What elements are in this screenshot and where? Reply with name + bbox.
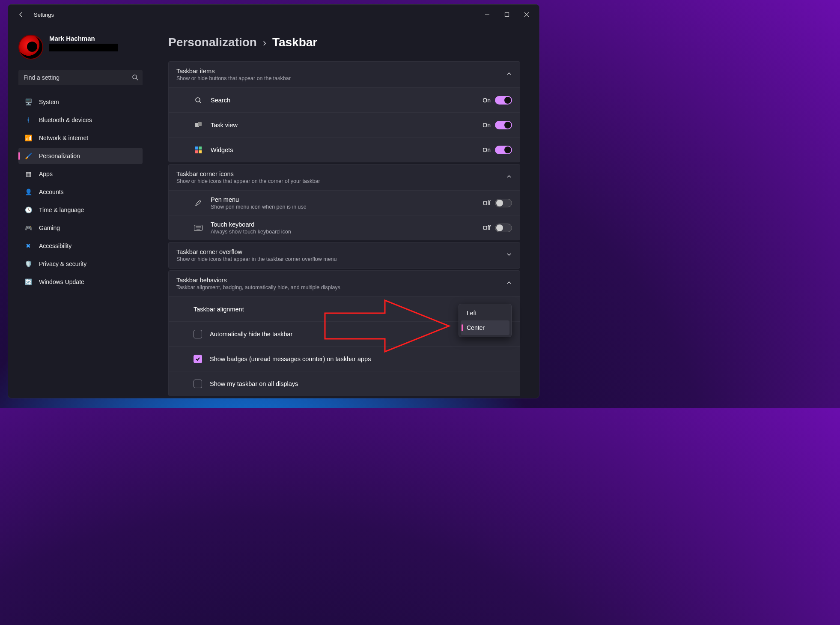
minimize-button[interactable] [477, 8, 497, 21]
settings-window: Settings Mark Hachman Find a setting 🖥️S… [8, 4, 539, 398]
monitor-icon: 🖥️ [24, 98, 32, 106]
section-title: Taskbar corner icons [176, 170, 320, 177]
row-label: Taskbar alignment [194, 306, 244, 313]
search-input[interactable]: Find a setting [18, 70, 143, 85]
clock-icon: 🕓 [24, 206, 32, 214]
person-icon: 👤 [24, 188, 32, 196]
wifi-icon: 📶 [24, 134, 32, 142]
search-icon [132, 74, 138, 81]
checkbox[interactable] [194, 355, 202, 363]
annotation-arrow [325, 296, 453, 362]
widgets-icon [194, 145, 203, 155]
toggle-switch[interactable] [495, 121, 512, 129]
toggle-switch[interactable] [495, 224, 512, 232]
toggle-state: On [483, 97, 491, 104]
svg-marker-16 [325, 300, 449, 352]
row-label: Show my taskbar on all displays [210, 380, 298, 387]
app-title: Settings [34, 12, 54, 18]
close-button[interactable] [517, 8, 536, 21]
option-label: Center [467, 324, 485, 331]
breadcrumb: Personalization › Taskbar [168, 36, 520, 49]
alignment-dropdown[interactable]: Left Center [459, 304, 512, 337]
pen-icon [194, 198, 203, 208]
bluetooth-icon: ᚼ [24, 116, 32, 124]
sidebar-item-apps[interactable]: ▦Apps [18, 166, 143, 182]
toggle-switch[interactable] [495, 146, 512, 154]
breadcrumb-parent[interactable]: Personalization [168, 36, 257, 49]
section-title: Taskbar behaviors [176, 277, 340, 284]
sidebar-item-gaming[interactable]: 🎮Gaming [18, 220, 143, 236]
section-title: Taskbar corner overflow [176, 248, 337, 255]
sidebar-item-label: Network & internet [39, 135, 88, 141]
corner-icon-touch-keyboard: Touch keyboard Always show touch keyboar… [169, 215, 520, 240]
svg-point-2 [133, 75, 137, 79]
section-header[interactable]: Taskbar items Show or hide buttons that … [169, 62, 520, 87]
chevron-up-icon [506, 280, 512, 287]
alignment-option-center[interactable]: Center [461, 320, 509, 335]
apps-icon: ▦ [24, 170, 32, 178]
sidebar-item-label: Privacy & security [39, 260, 86, 267]
sidebar-item-personalization[interactable]: 🖌️Personalization [18, 148, 143, 164]
breadcrumb-current: Taskbar [272, 36, 317, 49]
nav-list: 🖥️System ᚼBluetooth & devices 📶Network &… [18, 94, 143, 290]
section-header[interactable]: Taskbar corner overflow Show or hide ico… [169, 242, 520, 268]
toggle-state: Off [483, 200, 491, 206]
sidebar-item-label: Apps [39, 170, 53, 177]
section-header[interactable]: Taskbar behaviors Taskbar alignment, bad… [169, 271, 520, 296]
corner-icon-pen: Pen menu Show pen menu icon when pen is … [169, 190, 520, 215]
sidebar-item-label: Windows Update [39, 278, 84, 285]
row-subtitle: Show pen menu icon when pen is in use [211, 204, 307, 210]
option-label: Left [467, 310, 477, 317]
toggle-switch[interactable] [495, 96, 512, 105]
titlebar: Settings [8, 5, 539, 24]
back-button[interactable] [14, 8, 28, 21]
accessibility-icon: ✖ [24, 242, 32, 250]
sidebar-item-label: Bluetooth & devices [39, 117, 92, 123]
maximize-button[interactable] [497, 8, 517, 21]
svg-rect-10 [195, 150, 198, 153]
sidebar-item-label: Accessibility [39, 242, 71, 249]
alignment-option-left[interactable]: Left [461, 306, 509, 320]
checkbox[interactable] [194, 380, 202, 388]
section-taskbar-items: Taskbar items Show or hide buttons that … [168, 61, 520, 162]
taskbar-item-taskview: Task view On [169, 112, 520, 137]
sidebar-item-system[interactable]: 🖥️System [18, 94, 143, 110]
section-subtitle: Show or hide icons that appear in the ta… [176, 256, 337, 262]
row-label: Task view [211, 122, 238, 129]
taskbar-item-widgets: Widgets On [169, 137, 520, 162]
search-icon [194, 96, 203, 105]
sidebar-item-network[interactable]: 📶Network & internet [18, 130, 143, 146]
paintbrush-icon: 🖌️ [24, 152, 32, 160]
svg-rect-9 [199, 147, 202, 150]
row-subtitle: Always show touch keyboard icon [211, 229, 291, 235]
section-subtitle: Show or hide icons that appear on the co… [176, 178, 320, 184]
chevron-up-icon [506, 71, 512, 78]
sidebar: Mark Hachman Find a setting 🖥️System ᚼBl… [8, 24, 149, 398]
checkbox[interactable] [194, 330, 202, 338]
sidebar-item-update[interactable]: 🔄Windows Update [18, 274, 143, 290]
behavior-alldisplays-row[interactable]: Show my taskbar on all displays [169, 371, 520, 396]
taskview-icon [194, 120, 203, 130]
gamepad-icon: 🎮 [24, 224, 32, 232]
sidebar-item-accounts[interactable]: 👤Accounts [18, 184, 143, 200]
svg-rect-7 [198, 122, 202, 126]
update-icon: 🔄 [24, 278, 32, 286]
sidebar-item-bluetooth[interactable]: ᚼBluetooth & devices [18, 112, 143, 128]
section-header[interactable]: Taskbar corner icons Show or hide icons … [169, 164, 520, 190]
sidebar-item-label: Gaming [39, 224, 60, 231]
toggle-switch[interactable] [495, 199, 512, 207]
account-block[interactable]: Mark Hachman [18, 35, 143, 60]
sidebar-item-label: Accounts [39, 188, 64, 195]
toggle-state: On [483, 122, 491, 129]
section-corner-icons: Taskbar corner icons Show or hide icons … [168, 164, 520, 240]
shield-icon: 🛡️ [24, 260, 32, 268]
sidebar-item-time[interactable]: 🕓Time & language [18, 202, 143, 218]
sidebar-item-privacy[interactable]: 🛡️Privacy & security [18, 256, 143, 272]
chevron-down-icon [506, 251, 512, 259]
sidebar-item-label: Time & language [39, 206, 84, 213]
keyboard-icon [194, 223, 203, 233]
chevron-right-icon: › [263, 37, 266, 49]
row-label: Pen menu [211, 196, 307, 203]
section-corner-overflow: Taskbar corner overflow Show or hide ico… [168, 242, 520, 269]
sidebar-item-accessibility[interactable]: ✖Accessibility [18, 238, 143, 254]
